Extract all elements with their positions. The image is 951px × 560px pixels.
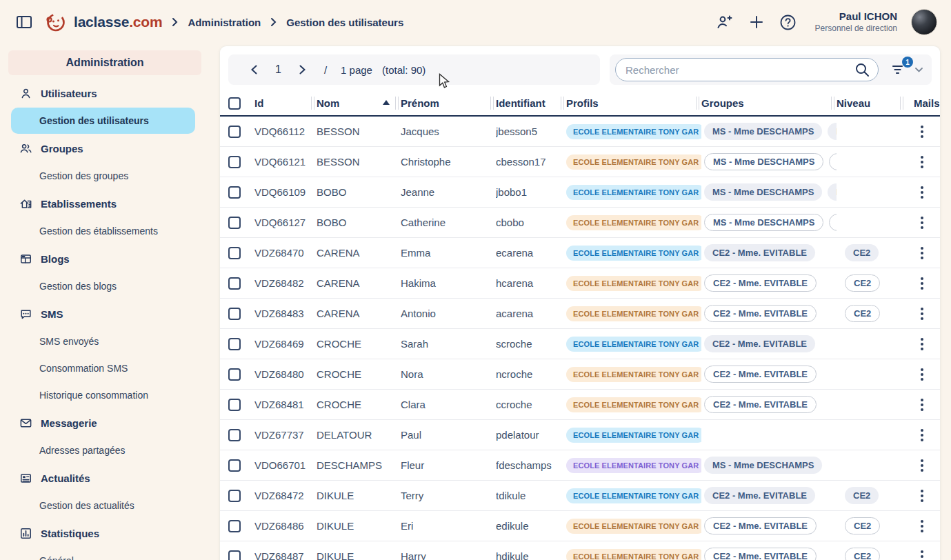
column-resize-handle[interactable] [395, 97, 399, 110]
row-actions-menu-icon[interactable] [918, 548, 926, 560]
cell-identifiant: cbesson17 [496, 147, 566, 177]
sidebar-section-etablissements[interactable]: Etablissements [0, 190, 211, 217]
sidebar-section-utilisateurs[interactable]: Utilisateurs [0, 79, 211, 107]
row-actions-menu-icon[interactable] [918, 123, 926, 141]
sidebar-section-messagerie[interactable]: Messagerie [0, 409, 211, 437]
sidebar-section-statistiques[interactable]: Statistiques [0, 519, 211, 547]
sidebar-item-consommation-sms[interactable]: Consommation SMS [11, 355, 195, 381]
sidebar-item-gestion-des-établissements[interactable]: Gestion des établissements [11, 218, 195, 244]
table-row[interactable]: VDZ67737 DELATOUR Paul pdelatour ECOLE E… [220, 420, 940, 450]
sidebar-section-label: Statistiques [41, 528, 99, 539]
column-header-mails[interactable]: Mails [905, 90, 940, 115]
row-actions-menu-icon[interactable] [918, 366, 926, 383]
sidebar-item-gestion-des-utilisateurs[interactable]: Gestion des utilisateurs [11, 108, 195, 134]
avatar[interactable] [911, 9, 937, 35]
sidebar-item-gestion-des-groupes[interactable]: Gestion des groupes [11, 163, 195, 189]
previous-page-button[interactable] [246, 62, 261, 77]
table-row[interactable]: VDZ68469 CROCHE Sarah scroche ECOLE ELEM… [220, 329, 940, 359]
row-checkbox[interactable] [228, 217, 241, 229]
column-header-nom[interactable]: Nom [317, 90, 401, 115]
row-checkbox[interactable] [228, 126, 241, 138]
brand-wordmark[interactable]: laclasse.com [74, 14, 162, 30]
filter-button[interactable]: 1 [891, 61, 908, 78]
row-actions-menu-icon[interactable] [918, 396, 926, 414]
row-checkbox[interactable] [228, 277, 241, 290]
column-header-pr-nom[interactable]: Prénom [401, 90, 496, 115]
sidebar-item-sms-envoyés[interactable]: SMS envoyés [11, 328, 195, 354]
help-icon[interactable] [779, 13, 797, 31]
row-checkbox[interactable] [228, 550, 241, 560]
user-info[interactable]: Paul ICHON Personnel de direction [815, 10, 897, 34]
sidebar-section-actualit-s[interactable]: Actualités [0, 464, 211, 492]
table-row[interactable]: VDZ68481 CROCHE Clara ccroche ECOLE ELEM… [220, 390, 940, 420]
laclasse-logo-icon[interactable] [44, 11, 67, 34]
column-resize-handle[interactable] [561, 97, 564, 110]
table-row[interactable]: VDQ66127 BOBO Catherine cbobo ECOLE ELEM… [220, 208, 940, 238]
next-page-button[interactable] [295, 62, 310, 77]
row-checkbox[interactable] [228, 399, 241, 411]
sidebar-item-général[interactable]: Général [11, 548, 195, 560]
breadcrumb-administration[interactable]: Administration [188, 17, 261, 28]
search-box[interactable] [615, 58, 879, 81]
column-resize-handle[interactable] [311, 97, 314, 110]
select-all-checkbox[interactable] [228, 97, 241, 110]
sidebar-item-historique-consommation[interactable]: Historique consommation [11, 382, 195, 408]
sidebar-section-blogs[interactable]: Blogs [0, 245, 211, 272]
row-actions-menu-icon[interactable] [918, 457, 926, 474]
column-resize-handle[interactable] [900, 97, 903, 110]
row-checkbox[interactable] [228, 156, 241, 168]
row-checkbox[interactable] [228, 368, 241, 381]
sidebar-item-adresses-partagées[interactable]: Adresses partagées [11, 437, 195, 463]
search-input[interactable] [625, 64, 854, 76]
sidebar-item-gestion-des-actualités[interactable]: Gestion des actualités [11, 492, 195, 519]
plus-icon[interactable] [748, 13, 765, 31]
row-actions-menu-icon[interactable] [918, 517, 926, 535]
row-checkbox[interactable] [228, 459, 241, 472]
row-actions-menu-icon[interactable] [918, 426, 926, 444]
column-header-identifiant[interactable]: Identifiant [496, 90, 566, 115]
row-checkbox[interactable] [228, 186, 241, 199]
column-resize-handle[interactable] [696, 97, 699, 110]
sidebar-section-groupes[interactable]: Groupes [0, 134, 211, 162]
row-actions-menu-icon[interactable] [918, 214, 926, 232]
cell-profils: ECOLE ELEMENTAIRE TONY GAR [566, 147, 701, 177]
column-resize-handle[interactable] [831, 97, 834, 110]
column-header-id[interactable]: Id [254, 90, 317, 115]
table-row[interactable]: VDZ68487 DIKULE Harry hdikule ECOLE ELEM… [220, 541, 940, 560]
filter-chevron-down-icon[interactable] [914, 67, 923, 73]
table-row[interactable]: VDQ66121 BESSON Christophe cbesson17 ECO… [220, 147, 940, 177]
row-actions-menu-icon[interactable] [918, 153, 926, 171]
row-actions-menu-icon[interactable] [918, 183, 926, 201]
column-header-profils[interactable]: Profils [566, 90, 701, 115]
row-checkbox[interactable] [228, 247, 241, 259]
row-actions-menu-icon[interactable] [918, 487, 926, 505]
row-actions-menu-icon[interactable] [918, 305, 926, 323]
row-checkbox[interactable] [228, 338, 241, 350]
row-actions-menu-icon[interactable] [918, 335, 926, 353]
column-header-groupes[interactable]: Groupes [701, 90, 837, 115]
row-actions-menu-icon[interactable] [918, 244, 926, 262]
table-row[interactable]: VDZ68470 CARENA Emma ecarena ECOLE ELEME… [220, 238, 940, 268]
sidebar-section-sms[interactable]: SMS [0, 300, 211, 328]
table-row[interactable]: VDQ66112 BESSON Jacques jbesson5 ECOLE E… [220, 117, 940, 147]
row-checkbox[interactable] [228, 520, 241, 532]
row-actions-menu-icon[interactable] [918, 274, 926, 292]
table-row[interactable]: VDZ68472 DIKULE Terry tdikule ECOLE ELEM… [220, 481, 940, 511]
cell-profils: ECOLE ELEMENTAIRE TONY GAR [566, 420, 701, 450]
column-resize-handle[interactable] [490, 97, 494, 110]
table-row[interactable]: VDZ68486 DIKULE Eri edikule ECOLE ELEMEN… [220, 511, 940, 541]
table-row[interactable]: VDZ68482 CARENA Hakima hcarena ECOLE ELE… [220, 268, 940, 299]
sidebar-toggle-icon[interactable] [15, 13, 33, 31]
search-icon[interactable] [854, 62, 870, 77]
column-header-niveau[interactable]: Niveau [837, 90, 905, 115]
sidebar-item-gestion-des-blogs[interactable]: Gestion des blogs [11, 273, 195, 299]
table-row[interactable]: VDZ68483 CARENA Antonio acarena ECOLE EL… [220, 299, 940, 329]
row-checkbox[interactable] [228, 308, 241, 320]
row-checkbox[interactable] [228, 490, 241, 502]
row-checkbox[interactable] [228, 429, 241, 441]
add-user-icon[interactable] [716, 13, 734, 31]
table-row[interactable]: VDO66701 DESCHAMPS Fleur fdeschamps ECOL… [220, 450, 940, 481]
table-row[interactable]: VDQ66109 BOBO Jeanne jbobo1 ECOLE ELEMEN… [220, 177, 940, 208]
page-separator: / [324, 64, 327, 76]
table-row[interactable]: VDZ68480 CROCHE Nora ncroche ECOLE ELEME… [220, 359, 940, 390]
